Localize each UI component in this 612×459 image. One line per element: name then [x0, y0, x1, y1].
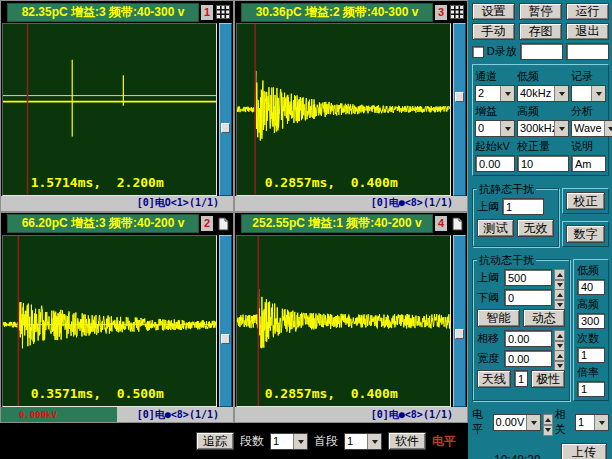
- ae-detector-window: 82.35pC 增益:3 频带:40-300 v 1 1.5714ms, 2.2…: [0, 0, 612, 459]
- dropdown-arrow-icon[interactable]: [293, 434, 307, 449]
- exit-button[interactable]: 退出: [566, 23, 609, 40]
- ratio-label: 倍率: [577, 365, 605, 380]
- manual-button[interactable]: 手动: [472, 23, 515, 40]
- record-label: 记录: [571, 69, 606, 84]
- lowfreq-select[interactable]: 40kHz: [517, 85, 569, 102]
- count-field[interactable]: [577, 347, 605, 363]
- digital-button[interactable]: 数字: [566, 225, 605, 243]
- panel-3-body: 0.3571ms, 0.500m: [1, 235, 233, 408]
- slider-handle[interactable]: [221, 123, 230, 133]
- settings-button[interactable]: 设置: [472, 3, 515, 20]
- panel-2-header[interactable]: 30.36pC 增益:2 频带:40-300 v: [241, 3, 433, 22]
- upload-button[interactable]: 上传: [561, 443, 607, 459]
- related-select[interactable]: 1: [575, 414, 609, 431]
- phase-shift-label: 相移: [477, 331, 502, 346]
- dropdown-arrow-icon[interactable]: [554, 121, 568, 136]
- panel-4-statusbar: [0]电●<8>(1/1): [235, 407, 467, 422]
- panel-4-number-badge: 4: [435, 216, 447, 231]
- smart-button[interactable]: 智能: [477, 309, 520, 327]
- dropdown-arrow-icon[interactable]: [591, 86, 605, 101]
- save-image-button[interactable]: 存图: [519, 23, 562, 40]
- level-select[interactable]: 0.00V: [493, 414, 542, 431]
- lowfreq-label: 低频: [517, 69, 569, 84]
- record-file-field-1[interactable]: [520, 43, 563, 60]
- panel-1-plot[interactable]: 1.5714ms, 2.200m: [2, 23, 217, 196]
- grid-icon[interactable]: [215, 4, 231, 20]
- panel-3-measurement: 0.3571ms, 0.500m: [31, 386, 164, 401]
- panel-2-vertical-slider[interactable]: [453, 23, 466, 196]
- panel-2-statusbar: [0]电●<8>(1/1): [235, 196, 467, 211]
- record-select[interactable]: [571, 85, 606, 102]
- software-button[interactable]: 软件: [388, 432, 426, 450]
- record-file-field-2[interactable]: [566, 43, 609, 60]
- gain-select[interactable]: 0: [475, 120, 515, 137]
- related-value: 1: [576, 415, 594, 430]
- static-upper-threshold-field[interactable]: [502, 198, 544, 215]
- ratio-field[interactable]: [577, 381, 605, 397]
- record-playback-checkbox[interactable]: [472, 46, 484, 58]
- clock-readout: 10:48:39: [472, 437, 561, 459]
- dropdown-arrow-icon[interactable]: [526, 415, 540, 430]
- channel-select[interactable]: 2: [475, 85, 515, 102]
- test-button[interactable]: 测试: [477, 219, 514, 237]
- highfreq-select[interactable]: 300kHz: [517, 120, 569, 137]
- page-icon[interactable]: [215, 216, 231, 232]
- spin-up-icon[interactable]: [543, 414, 552, 425]
- run-button[interactable]: 运行: [566, 3, 609, 20]
- panel-2-plot[interactable]: 0.2857ms, 0.400m: [236, 23, 451, 196]
- pause-button[interactable]: 暂停: [519, 3, 562, 20]
- segments-select[interactable]: 1: [270, 433, 308, 450]
- grid-icon[interactable]: [449, 4, 465, 20]
- panel-4-vertical-slider[interactable]: [453, 235, 466, 408]
- slider-handle[interactable]: [455, 92, 464, 102]
- antenna-button[interactable]: 天线: [477, 370, 511, 388]
- polarity-button[interactable]: 极性: [531, 370, 565, 388]
- spin-up-icon[interactable]: [554, 350, 565, 361]
- track-button[interactable]: 追踪: [196, 432, 234, 450]
- startkv-label: 起始kV: [475, 139, 515, 154]
- panel-3-plot[interactable]: 0.3571ms, 0.500m: [2, 235, 217, 408]
- panel-4-header[interactable]: 252.55pC 增益:1 频带:40-200 v: [241, 214, 433, 233]
- page-icon[interactable]: [449, 216, 465, 232]
- panel-4-plot[interactable]: 0.2857ms, 0.400m: [236, 235, 451, 408]
- panel-4-titlebar: 252.55pC 增益:1 频带:40-200 v 4: [235, 213, 467, 235]
- panel-3-header[interactable]: 66.20pC 增益:3 频带:40-200 v: [7, 214, 199, 233]
- static-interference-section: 抗静态干扰 上阈 测试 无效 校正 数字: [472, 188, 609, 247]
- antenna-count-field[interactable]: [514, 370, 528, 387]
- spin-up-icon[interactable]: [554, 330, 565, 341]
- spin-up-icon[interactable]: [554, 289, 565, 300]
- channel-label: 通道: [475, 69, 515, 84]
- panel-1-header[interactable]: 82.35pC 增益:3 频带:40-300 v: [7, 3, 199, 22]
- highfreq2-field[interactable]: [577, 313, 605, 329]
- slider-handle[interactable]: [221, 334, 230, 344]
- analysis-label: 分析: [571, 104, 606, 119]
- dyn-lower-threshold-field[interactable]: [504, 289, 552, 306]
- spin-down-icon[interactable]: [543, 425, 552, 436]
- calibrate-button[interactable]: 校正: [566, 192, 605, 210]
- spin-up-icon[interactable]: [554, 269, 565, 280]
- invalid-button[interactable]: 无效: [517, 219, 554, 237]
- anti-static-title: 抗静态干扰: [477, 182, 536, 197]
- dropdown-arrow-icon[interactable]: [594, 415, 608, 430]
- startkv-field[interactable]: [475, 155, 515, 172]
- first-segment-select[interactable]: 1: [344, 433, 382, 450]
- dropdown-arrow-icon[interactable]: [604, 121, 612, 136]
- dropdown-arrow-icon[interactable]: [500, 86, 514, 101]
- dropdown-arrow-icon[interactable]: [554, 86, 568, 101]
- dropdown-arrow-icon[interactable]: [367, 434, 381, 449]
- analysis-select[interactable]: Wave: [571, 120, 612, 137]
- dropdown-arrow-icon[interactable]: [500, 121, 514, 136]
- dyn-upper-threshold-field[interactable]: [504, 269, 552, 286]
- dynamic-button[interactable]: 动态: [523, 309, 566, 327]
- phase-shift-field[interactable]: [504, 330, 552, 347]
- slider-handle[interactable]: [455, 329, 464, 339]
- control-buttons-row-1: 设置 暂停 运行: [472, 3, 609, 20]
- correction-field[interactable]: [517, 155, 569, 172]
- description-field[interactable]: [571, 155, 606, 172]
- record-playback-label: D录放: [487, 44, 517, 59]
- panel-3-vertical-slider[interactable]: [219, 235, 232, 408]
- panel-1-vertical-slider[interactable]: [219, 23, 232, 196]
- lowfreq2-field[interactable]: [577, 279, 605, 295]
- panel-1-number-badge: 1: [201, 5, 213, 20]
- width-field[interactable]: [504, 350, 552, 367]
